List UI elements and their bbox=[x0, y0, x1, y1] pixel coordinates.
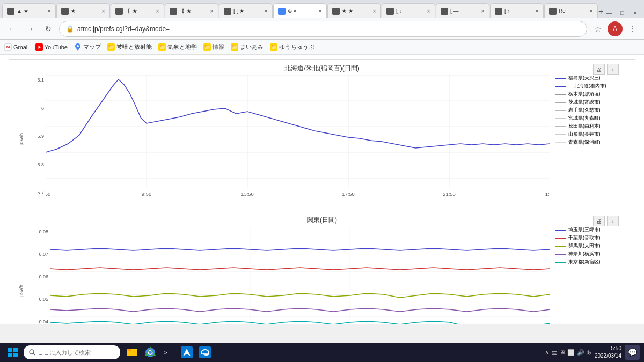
back-button[interactable]: ← bbox=[4, 21, 19, 36]
svg-rect-43 bbox=[13, 353, 18, 357]
taskbar-chrome-icon[interactable] bbox=[143, 345, 158, 360]
chart1-title: 北海道/釆北(稲岡百)(日間) bbox=[13, 64, 631, 73]
svg-text:>_: >_ bbox=[164, 350, 171, 356]
taskbar-search-box[interactable]: ここに入力して検索 bbox=[24, 345, 120, 359]
browser-chrome: ▲ ★× ★× 【 ★× 【 ★× [ [ ★× ⊕ ×× ★ ★× [ ↓× … bbox=[0, 0, 644, 55]
taskbar-hdd-icon[interactable]: 🖴 bbox=[551, 349, 557, 356]
new-tab-button[interactable]: + bbox=[598, 5, 603, 18]
legend-item-4: 茨城県(常総市) bbox=[555, 99, 631, 106]
taskbar-edge-icon[interactable] bbox=[197, 345, 213, 360]
reload-button[interactable]: ↻ bbox=[41, 21, 56, 36]
tab-11[interactable]: Re× bbox=[544, 3, 598, 18]
maximize-button[interactable]: □ bbox=[617, 8, 627, 18]
bookmark-youtube[interactable]: YouTube bbox=[35, 43, 68, 51]
bookmark-folder4[interactable]: 📁 まいあみ bbox=[231, 43, 264, 51]
chart1-download-button[interactable]: ↓ bbox=[607, 64, 619, 75]
bookmark-maps[interactable]: マップ bbox=[74, 43, 101, 51]
svg-text:13:50: 13:50 bbox=[241, 191, 253, 197]
chart2-download-button[interactable]: ↓ bbox=[607, 216, 619, 226]
legend-item-7: 秋田県(由利本) bbox=[555, 123, 631, 130]
taskbar-notification-button[interactable]: 💬 bbox=[625, 345, 640, 360]
bookmark-folder3[interactable]: 📁 情報 bbox=[203, 43, 224, 51]
taskbar: ここに入力して検索 >_ bbox=[0, 343, 644, 362]
tab-9[interactable]: [ —× bbox=[436, 3, 489, 18]
legend-line-8 bbox=[555, 134, 566, 135]
taskbar-explorer-icon[interactable] bbox=[125, 345, 140, 360]
maps-icon bbox=[74, 43, 82, 51]
taskbar-network-icon[interactable]: 🖥 bbox=[559, 349, 565, 356]
folder2-icon: 📁 bbox=[158, 43, 166, 51]
tab-10[interactable]: [ ↑× bbox=[490, 3, 544, 18]
chart1-toolbar: 🖨 ↓ bbox=[593, 64, 619, 75]
taskbar-date: 2022/03/14 bbox=[595, 352, 621, 360]
taskbar-lang-icon[interactable]: あ bbox=[587, 349, 591, 356]
svg-rect-48 bbox=[127, 349, 131, 351]
legend-line-7 bbox=[555, 126, 566, 127]
chart1-print-button[interactable]: 🖨 bbox=[593, 64, 605, 75]
taskbar-speaker-icon[interactable]: 🔊 bbox=[577, 349, 584, 356]
bookmark-gmail[interactable]: M Gmail bbox=[4, 43, 29, 51]
chart2-svg: 5:50 9:50 13:50 17:50 21:50 1:50 bbox=[50, 227, 550, 324]
tab-2[interactable]: ★× bbox=[56, 3, 110, 18]
legend-item-3: 栃木県(那須塩) bbox=[555, 91, 631, 98]
minimize-button[interactable]: — bbox=[604, 8, 614, 18]
taskbar-time: 5:50 bbox=[595, 345, 621, 352]
svg-point-44 bbox=[30, 350, 34, 354]
svg-rect-42 bbox=[8, 353, 12, 357]
chart2-print-button[interactable]: 🖨 bbox=[593, 216, 605, 226]
tab-1[interactable]: ▲ ★× bbox=[2, 3, 56, 18]
svg-rect-41 bbox=[13, 348, 18, 352]
legend-item-6: 宮城県(丸森町) bbox=[555, 115, 631, 122]
svg-marker-3 bbox=[76, 47, 80, 51]
bookmark-folder1-label: 被曝と放射能 bbox=[116, 43, 152, 51]
bookmark-folder1[interactable]: 📁 被曝と放射能 bbox=[107, 43, 152, 51]
bookmark-star[interactable]: ☆ bbox=[590, 21, 605, 36]
taskbar-clock[interactable]: 5:50 2022/03/14 bbox=[595, 345, 621, 360]
chart1-y-axis: 6.1 6 5.9 5.8 5.7 bbox=[30, 75, 46, 204]
taskbar-caret-icon[interactable]: ∧ bbox=[545, 349, 549, 356]
bookmark-youtube-label: YouTube bbox=[45, 44, 68, 50]
start-button[interactable] bbox=[4, 344, 21, 361]
bookmark-folder5[interactable]: 📁 ゆうちゅうぶ bbox=[270, 43, 314, 51]
taskbar-right: ∧ 🖴 🖥 ⬜ 🔊 あ 5:50 2022/03/14 💬 bbox=[545, 345, 640, 360]
tab-3[interactable]: 【 ★× bbox=[111, 3, 164, 18]
taskbar-sys-icons: ∧ 🖴 🖥 ⬜ 🔊 あ bbox=[545, 349, 591, 356]
tab-5[interactable]: [ [ ★× bbox=[219, 3, 273, 18]
close-button[interactable]: × bbox=[630, 8, 640, 18]
legend-line-2 bbox=[555, 86, 566, 87]
bookmark-maps-label: マップ bbox=[83, 43, 101, 51]
taskbar-search-label: ここに入力して検索 bbox=[38, 349, 91, 357]
taskbar-plane-icon[interactable] bbox=[179, 345, 194, 360]
svg-point-4 bbox=[77, 45, 79, 47]
chart1-y-label: μSv/h bbox=[13, 75, 30, 204]
profile-button[interactable]: A bbox=[608, 21, 623, 36]
nav-bar: ← → ↻ 🔒 atmc.jp/prefs.cgi?d=day&mode= ☆ … bbox=[0, 18, 644, 40]
tab-7[interactable]: ★ ★× bbox=[327, 3, 381, 18]
legend2-item-3: 群馬県(太田市) bbox=[555, 243, 631, 249]
tab-8[interactable]: [ ↓× bbox=[382, 3, 435, 18]
folder4-icon: 📁 bbox=[231, 43, 238, 51]
chart2-container: 関東(日間) 🖨 ↓ μSv/h 0.08 0.07 0.06 0.05 0.0… bbox=[9, 211, 635, 324]
legend-line-5 bbox=[555, 110, 566, 111]
bookmark-folder2[interactable]: 📁 気象と地学 bbox=[158, 43, 197, 51]
address-bar[interactable]: 🔒 atmc.jp/prefs.cgi?d=day&mode= bbox=[59, 21, 587, 37]
taskbar-monitor-icon[interactable]: ⬜ bbox=[567, 349, 575, 356]
legend-line-1 bbox=[555, 78, 566, 79]
legend2-item-1: 埼玉県(三郷市) bbox=[555, 227, 631, 233]
chart2-svg-wrap: 5:50 9:50 13:50 17:50 21:50 1:50 bbox=[50, 227, 550, 324]
legend2-line-3 bbox=[555, 246, 566, 247]
svg-text:21:50: 21:50 bbox=[443, 191, 455, 197]
tab-4[interactable]: 【 ★× bbox=[165, 3, 218, 18]
svg-rect-47 bbox=[127, 350, 137, 356]
bookmark-folder3-label: 情報 bbox=[213, 43, 224, 51]
taskbar-cmd-icon[interactable]: >_ bbox=[161, 345, 176, 360]
legend2-item-2: 千葉県(音取市) bbox=[555, 235, 631, 241]
forward-button[interactable]: → bbox=[23, 21, 38, 36]
svg-text:9:50: 9:50 bbox=[142, 191, 151, 197]
menu-button[interactable]: ⋮ bbox=[625, 21, 640, 36]
legend-item-2: — 北海道(稚内市) bbox=[555, 83, 631, 90]
chart2-y-label: μSv/h bbox=[13, 227, 30, 324]
bookmark-folder2-label: 気象と地学 bbox=[167, 43, 197, 51]
tab-active[interactable]: ⊕ ×× bbox=[273, 3, 327, 18]
chart2-toolbar: 🖨 ↓ bbox=[593, 216, 619, 226]
